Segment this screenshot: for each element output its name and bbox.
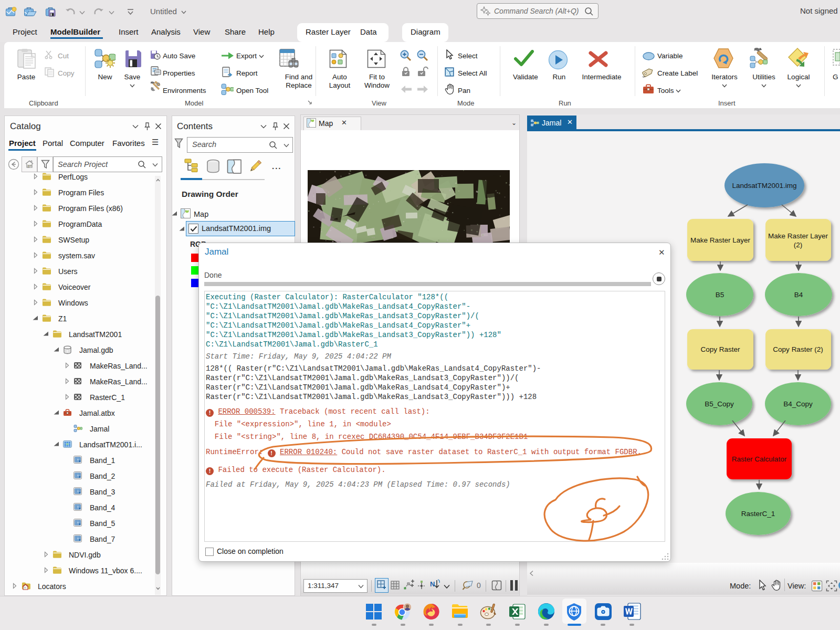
svg-text:B5: B5 [716,291,724,299]
svg-text:Raster Calculator: Raster Calculator [732,455,787,463]
svg-text:Make Raster Layer: Make Raster Layer [768,232,828,240]
svg-text:B4: B4 [794,291,803,299]
svg-text:Copy Raster: Copy Raster [700,345,740,353]
svg-text:(2): (2) [794,241,803,249]
svg-text:Copy Raster (2): Copy Raster (2) [773,345,823,353]
svg-text:LandsatTM2001.img: LandsatTM2001.img [732,182,796,190]
svg-text:B5_Copy: B5_Copy [705,400,734,408]
svg-text:N: N [430,580,435,588]
svg-text:Make Raster Layer: Make Raster Layer [690,236,751,244]
svg-text:RasterC_1: RasterC_1 [741,510,775,518]
svg-text:B4_Copy: B4_Copy [783,400,813,408]
